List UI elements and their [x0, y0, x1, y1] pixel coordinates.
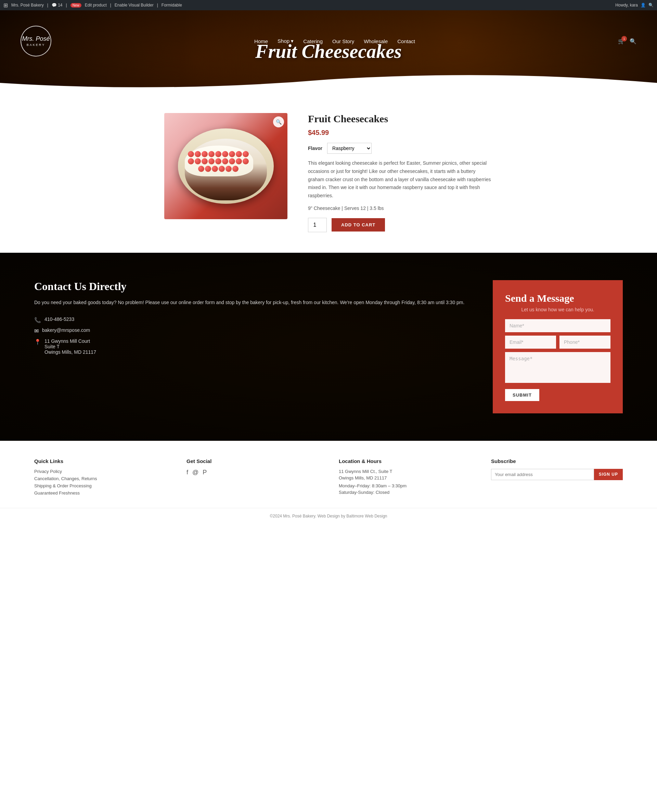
- nav-catering[interactable]: Catering: [303, 38, 323, 44]
- contact-direct: Contact Us Directly Do you need your bak…: [34, 280, 472, 359]
- cart-badge: 1: [621, 36, 627, 41]
- wordpress-icon[interactable]: ⊞: [3, 2, 8, 9]
- contact-address-line2: Suite T: [45, 344, 96, 349]
- product-image-wrap: 🔍: [164, 113, 288, 232]
- submit-button[interactable]: SUBMIT: [505, 389, 539, 401]
- product-details: Fruit Cheesecakes $45.99 Flavor Raspberr…: [308, 113, 493, 232]
- contact-message-input[interactable]: [505, 352, 610, 383]
- cart-button[interactable]: 🛒 1: [618, 38, 625, 45]
- admin-visual-builder[interactable]: Enable Visual Builder: [115, 3, 154, 8]
- site-header: Mrs. Posé BAKERY Home Shop ▾ Catering Ou…: [0, 20, 657, 62]
- admin-bar: ⊞ Mrs. Posé Bakery | 💬 14 | New Edit pro…: [0, 0, 657, 10]
- product-image: [164, 113, 288, 219]
- hero-section: Mrs. Posé BAKERY Home Shop ▾ Catering Ou…: [0, 10, 657, 92]
- product-title: Fruit Cheesecakes: [308, 113, 493, 125]
- facebook-icon[interactable]: f: [187, 469, 188, 476]
- instagram-icon[interactable]: @: [192, 469, 198, 476]
- send-message-box: Send a Message Let us know how we can he…: [493, 280, 623, 413]
- search-icon[interactable]: 🔍: [630, 38, 637, 45]
- add-to-cart-button[interactable]: ADD TO CART: [332, 218, 385, 231]
- admin-howdy: Howdy, kara: [615, 3, 638, 8]
- admin-site-name[interactable]: Mrs. Posé Bakery: [11, 3, 44, 8]
- contact-email[interactable]: bakery@mrspose.com: [42, 327, 90, 333]
- product-price: $45.99: [308, 129, 493, 137]
- contact-email-row: ✉ bakery@mrspose.com: [34, 327, 472, 334]
- footer-link-freshness[interactable]: Guaranteed Freshness: [34, 490, 166, 495]
- footer-link-privacy[interactable]: Privacy Policy: [34, 469, 166, 474]
- footer-hours-weekday: Monday–Friday: 8:30am – 3:30pm: [339, 483, 470, 488]
- footer-quick-links: Quick Links Privacy Policy Cancellation,…: [34, 458, 166, 498]
- nav-our-story[interactable]: Our Story: [332, 38, 354, 44]
- admin-new-badge[interactable]: New: [70, 3, 81, 8]
- quick-links-heading: Quick Links: [34, 458, 166, 464]
- location-hours-heading: Location & Hours: [339, 458, 470, 464]
- product-meta: 9" Cheesecake | Serves 12 | 3.5 lbs: [308, 206, 493, 211]
- contact-name-input[interactable]: [505, 319, 610, 332]
- nav-wholesale[interactable]: Wholesale: [364, 38, 388, 44]
- contact-heading: Contact Us Directly: [34, 280, 472, 293]
- contact-address-line1: 11 Gwynns Mill Court: [45, 338, 96, 344]
- phone-icon: 📞: [34, 317, 41, 323]
- admin-formidable[interactable]: Formidable: [162, 3, 182, 8]
- footer-link-cancellation[interactable]: Cancellation, Changes, Returns: [34, 476, 166, 481]
- footer-hours-weekend: Saturday-Sunday: Closed: [339, 490, 470, 495]
- logo[interactable]: Mrs. Posé BAKERY: [20, 26, 51, 56]
- contact-phone[interactable]: 410-486-5233: [45, 317, 74, 322]
- contact-phone-input[interactable]: [559, 336, 610, 349]
- contact-email-input[interactable]: [505, 336, 556, 349]
- admin-comments[interactable]: 💬 14: [52, 3, 62, 8]
- footer-bottom: ©2024 Mrs. Posé Bakery. Web Design by Ba…: [0, 508, 657, 524]
- logo-bakery: BAKERY: [27, 43, 45, 47]
- contact-address-row: 📍 11 Gwynns Mill Court Suite T Owings Mi…: [34, 338, 472, 355]
- subscribe-email-input[interactable]: [491, 469, 594, 480]
- nav-shop[interactable]: Shop ▾: [277, 38, 294, 44]
- email-icon: ✉: [34, 328, 39, 334]
- quantity-input[interactable]: [308, 218, 327, 232]
- admin-search-icon[interactable]: 🔍: [648, 3, 654, 8]
- nav-contact[interactable]: Contact: [397, 38, 415, 44]
- location-icon: 📍: [34, 339, 41, 345]
- copyright-text: ©2024 Mrs. Posé Bakery. Web Design by Ba…: [270, 514, 388, 518]
- footer-subscribe: Subscribe SIGN UP: [491, 458, 623, 498]
- contact-body: Do you need your baked goods today? No p…: [34, 298, 472, 307]
- flavor-select[interactable]: Raspberry Blueberry Strawberry: [327, 143, 372, 154]
- footer-address: 11 Gwynns Mill Ct., Suite T: [339, 469, 470, 474]
- contact-phone-row: 📞 410-486-5233: [34, 317, 472, 323]
- send-message-heading: Send a Message: [505, 292, 610, 304]
- contact-address-line3: Owings Mills, MD 21117: [45, 349, 96, 355]
- product-description: This elegant looking cheesecake is perfe…: [308, 159, 493, 200]
- footer-location-hours: Location & Hours 11 Gwynns Mill Ct., Sui…: [339, 458, 470, 498]
- subscribe-heading: Subscribe: [491, 458, 623, 464]
- send-message-subtitle: Let us know how we can help you.: [505, 307, 610, 312]
- footer-links: Quick Links Privacy Policy Cancellation,…: [0, 441, 657, 508]
- subscribe-row: SIGN UP: [491, 469, 623, 480]
- get-social-heading: Get Social: [187, 458, 318, 464]
- nav-icons: 🛒 1 🔍: [618, 38, 637, 45]
- nav-home[interactable]: Home: [254, 38, 268, 44]
- flavor-label: Flavor: [308, 145, 322, 151]
- admin-edit-product[interactable]: Edit product: [85, 3, 107, 8]
- logo-text: Mrs. Posé: [22, 36, 50, 42]
- admin-avatar-icon: 👤: [641, 3, 646, 8]
- contact-section: Contact Us Directly Do you need your bak…: [0, 253, 657, 441]
- flavor-row: Flavor Raspberry Blueberry Strawberry: [308, 143, 493, 154]
- footer-social: Get Social f @ P: [187, 458, 318, 498]
- zoom-button[interactable]: 🔍: [273, 116, 284, 127]
- add-cart-row: ADD TO CART: [308, 218, 493, 232]
- product-section: 🔍 Fruit Cheesecakes $45.99 Flavor Raspbe…: [0, 92, 657, 253]
- main-nav: Home Shop ▾ Catering Our Story Wholesale…: [254, 38, 415, 44]
- signup-button[interactable]: SIGN UP: [594, 469, 623, 480]
- pinterest-icon[interactable]: P: [202, 469, 207, 476]
- footer-city: Owings Mills, MD 21117: [339, 475, 470, 481]
- footer-link-shipping[interactable]: Shipping & Order Processing: [34, 483, 166, 488]
- hero-wave: [0, 73, 657, 92]
